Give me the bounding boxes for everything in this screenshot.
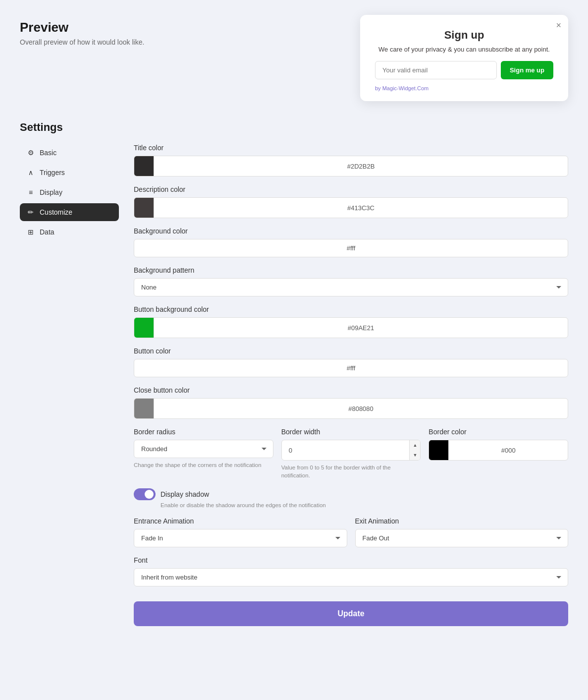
border-width-field: ▲ ▼	[281, 440, 421, 461]
border-radius-hint: Change the shape of the corners of the n…	[134, 461, 273, 469]
pencil-icon: ✏	[27, 208, 35, 216]
sidebar-item-basic[interactable]: ⚙ Basic	[20, 144, 119, 162]
title-color-label: Title color	[134, 144, 568, 152]
preview-title: Preview	[20, 20, 144, 35]
widget-branding: by Magic-Widget.Com	[375, 85, 553, 91]
exit-animation-label: Exit Animation	[355, 517, 569, 525]
display-shadow-hint: Enable or disable the shadow around the …	[160, 502, 568, 508]
sidebar-item-customize[interactable]: ✏ Customize	[20, 203, 119, 221]
database-icon: ⊞	[27, 228, 35, 236]
description-color-label: Description color	[134, 185, 568, 193]
display-shadow-label: Display shadow	[160, 490, 209, 498]
spinner-up-button[interactable]: ▲	[410, 440, 420, 450]
close-button-color-label: Close button color	[134, 386, 568, 394]
border-radius-select[interactable]: Rounded Square Pill	[134, 440, 273, 458]
border-width-input[interactable]	[282, 442, 410, 459]
sidebar-item-display[interactable]: ≡ Display	[20, 183, 119, 201]
border-radius-label: Border radius	[134, 428, 273, 436]
description-color-swatch[interactable]	[134, 198, 154, 218]
background-pattern-label: Background pattern	[134, 266, 568, 274]
gear-icon: ⚙	[27, 149, 35, 157]
border-color-field	[428, 440, 568, 461]
border-color-input[interactable]	[449, 442, 568, 459]
sidebar-item-data[interactable]: ⊞ Data	[20, 223, 119, 241]
display-shadow-row: Display shadow	[134, 488, 568, 500]
settings-main-content: Title color Description color Background…	[134, 144, 568, 626]
title-color-input[interactable]	[154, 158, 568, 175]
widget-title: Sign up	[375, 29, 553, 42]
background-color-input[interactable]	[134, 239, 568, 257]
border-width-label: Border width	[281, 428, 421, 436]
update-button[interactable]: Update	[134, 601, 568, 626]
description-color-input[interactable]	[154, 199, 568, 217]
sidebar-item-triggers-label: Triggers	[40, 169, 65, 176]
button-color-input[interactable]	[134, 359, 568, 377]
list-icon: ≡	[27, 188, 35, 196]
chevron-up-icon: ∧	[27, 169, 35, 176]
background-pattern-select[interactable]: None Dots Lines Grid	[134, 278, 568, 296]
widget-preview-card: × Sign up We care of your privacy & you …	[360, 15, 568, 101]
title-color-swatch[interactable]	[134, 156, 154, 176]
display-shadow-toggle[interactable]	[134, 488, 156, 500]
button-color-label: Button color	[134, 347, 568, 355]
button-bg-color-swatch[interactable]	[134, 318, 154, 338]
entrance-animation-select[interactable]: Fade In Slide In Bounce None	[134, 529, 347, 547]
description-color-field	[134, 197, 568, 218]
close-button-color-swatch[interactable]	[134, 399, 154, 418]
preview-subtitle: Overall preview of how it would look lik…	[20, 38, 144, 46]
border-color-label: Border color	[428, 428, 568, 436]
close-button-color-field	[134, 398, 568, 419]
button-bg-color-input[interactable]	[154, 319, 568, 337]
sidebar-item-basic-label: Basic	[40, 149, 56, 157]
button-bg-color-label: Button background color	[134, 305, 568, 313]
sidebar-item-data-label: Data	[40, 228, 54, 236]
settings-sidebar: ⚙ Basic ∧ Triggers ≡ Display ✏ Customize…	[20, 144, 119, 626]
widget-email-input[interactable]	[375, 61, 497, 79]
widget-description: We care of your privacy & you can unsubs…	[375, 46, 553, 53]
sidebar-item-customize-label: Customize	[40, 208, 72, 216]
font-select[interactable]: Inherit from website Arial Georgia Robot…	[134, 568, 568, 586]
spinner-down-button[interactable]: ▼	[410, 450, 420, 460]
font-label: Font	[134, 556, 568, 564]
title-color-field	[134, 156, 568, 176]
sidebar-item-triggers[interactable]: ∧ Triggers	[20, 164, 119, 181]
sidebar-item-display-label: Display	[40, 188, 62, 196]
widget-submit-button[interactable]: Sign me up	[501, 61, 553, 79]
button-bg-color-field	[134, 317, 568, 338]
widget-close-button[interactable]: ×	[556, 21, 561, 30]
background-color-label: Background color	[134, 227, 568, 235]
border-color-swatch[interactable]	[429, 440, 449, 460]
settings-title: Settings	[20, 121, 568, 134]
exit-animation-select[interactable]: Fade Out Slide Out None	[355, 529, 569, 547]
close-button-color-input[interactable]	[154, 400, 568, 417]
border-width-hint: Value from 0 to 5 for the border width o…	[281, 464, 421, 479]
entrance-animation-label: Entrance Animation	[134, 517, 347, 525]
